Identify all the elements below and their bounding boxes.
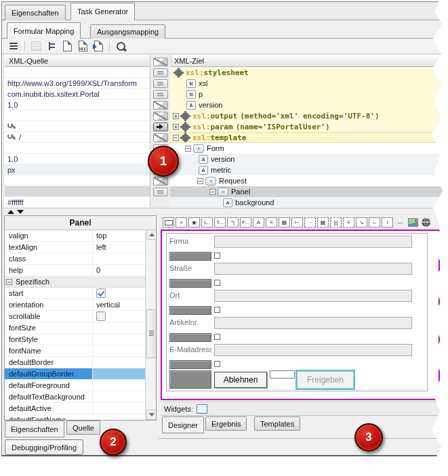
- mapping-arrow-button[interactable]: [153, 123, 168, 131]
- source-row[interactable]: [5, 143, 150, 154]
- checkbox-unchecked[interactable]: [96, 311, 106, 321]
- tab-ausgangsmapping[interactable]: Ausgangsmapping: [90, 24, 165, 39]
- separator-icon[interactable]: —: [394, 217, 406, 228]
- radio-icon[interactable]: ◉: [188, 217, 200, 228]
- mapping-button[interactable]: [153, 133, 168, 142]
- vresize-icon[interactable]: ↕: [382, 217, 393, 228]
- scroll-thumb[interactable]: [146, 309, 157, 358]
- tree-row-attr[interactable]: Aversion: [170, 100, 445, 110]
- image-icon[interactable]: [407, 217, 419, 228]
- tab-ergebnis[interactable]: Ergebnis: [205, 416, 247, 431]
- source-row[interactable]: px: [5, 165, 150, 175]
- textarea-icon[interactable]: A: [253, 217, 264, 228]
- property-row[interactable]: scrollable: [5, 311, 156, 322]
- form-textfield[interactable]: [214, 236, 412, 248]
- property-scrollbar[interactable]: [145, 230, 156, 420]
- collapse-icon[interactable]: −: [173, 135, 179, 141]
- hex-document-icon[interactable]: HEX: [77, 41, 89, 52]
- hidden-label-bar[interactable]: [169, 252, 211, 261]
- tree-row-form[interactable]: −‹›Form: [170, 143, 445, 154]
- mapping-button[interactable]: [153, 101, 168, 110]
- collapse-icon[interactable]: −: [209, 189, 216, 195]
- form-checkbox[interactable]: [214, 307, 220, 313]
- form-textfield[interactable]: [214, 317, 412, 329]
- tab-designer[interactable]: Designer: [162, 416, 204, 433]
- scroll-up-icon[interactable]: [146, 230, 157, 240]
- tree-view-icon[interactable]: [45, 41, 58, 52]
- collapse-icon[interactable]: −: [185, 146, 191, 152]
- tree-row-attr[interactable]: Np: [170, 89, 445, 100]
- collapse-icon[interactable]: −: [197, 178, 203, 184]
- tree-row-attr[interactable]: Ametric: [170, 165, 445, 175]
- textfield-icon[interactable]: [163, 217, 174, 228]
- mapping-button[interactable]: [153, 177, 168, 186]
- form-checkbox[interactable]: [214, 361, 220, 367]
- checkbox-checked[interactable]: [96, 288, 106, 298]
- list-icon[interactable]: ≡: [266, 217, 277, 228]
- column-layout-icon[interactable]: |||: [330, 217, 342, 228]
- mapping-button[interactable]: [153, 112, 168, 121]
- debugging-profiling-button[interactable]: Debugging/Profiling: [5, 439, 83, 455]
- property-row[interactable]: textAlignleft: [5, 242, 156, 253]
- hidden-label-bar[interactable]: [169, 360, 211, 369]
- source-row[interactable]: [5, 121, 150, 132]
- source-row[interactable]: [5, 67, 150, 78]
- form-checkbox[interactable]: [214, 253, 220, 259]
- tab-formular-mapping[interactable]: Formular Mapping: [7, 22, 81, 39]
- tree-row-template[interactable]: −xsl:template: [170, 132, 445, 143]
- textinput-icon[interactable]: T...: [214, 217, 226, 228]
- label-icon[interactable]: L..: [201, 217, 213, 228]
- tree-row-panel[interactable]: −‹›Panel: [170, 186, 445, 197]
- hidden-label-bar[interactable]: [169, 279, 211, 288]
- formatted-field-icon[interactable]: F...: [240, 217, 251, 228]
- widget-table-icon[interactable]: [197, 404, 207, 414]
- table-view-icon[interactable]: [30, 41, 42, 52]
- mapping-button[interactable]: [153, 58, 168, 66]
- search-icon[interactable]: [115, 41, 127, 52]
- property-section-row[interactable]: −Spezifisch: [5, 276, 156, 288]
- tree-row-stylesheet[interactable]: xsl:stylesheet: [170, 67, 445, 78]
- source-row[interactable]: [5, 175, 150, 186]
- form-textfield[interactable]: [214, 263, 412, 275]
- property-row[interactable]: fontSize: [5, 322, 156, 334]
- property-row[interactable]: fontStyle: [5, 334, 156, 345]
- source-row[interactable]: 1.0: [5, 100, 150, 110]
- property-row[interactable]: help0: [5, 265, 156, 276]
- tree-row-attr[interactable]: Aversion: [170, 154, 445, 165]
- form-textfield[interactable]: [214, 290, 412, 302]
- row-layout-icon[interactable]: ≡: [343, 217, 354, 228]
- source-row[interactable]: com.inubit.ibis.xsltext.Portal: [5, 89, 150, 100]
- tab-task-generator[interactable]: Task Generator: [70, 3, 135, 20]
- tree-icon[interactable]: ⊢: [291, 217, 303, 228]
- source-row[interactable]: #ffffff: [5, 197, 150, 208]
- tree-row-attr[interactable]: Nxsl: [170, 78, 445, 89]
- source-row[interactable]: 1.0: [5, 154, 150, 165]
- hidden-label-bar[interactable]: [169, 370, 211, 389]
- menu-icon[interactable]: [7, 41, 20, 52]
- globe-icon[interactable]: [420, 217, 432, 228]
- tab-eigenschaften-bottom[interactable]: Eigenschaften: [5, 420, 64, 437]
- collapse-icon[interactable]: −: [6, 279, 12, 285]
- tree-row-attr[interactable]: Abackground: [170, 197, 445, 208]
- tab-eigenschaften[interactable]: Eigenschaften: [5, 5, 66, 20]
- document-icon[interactable]: [61, 41, 73, 52]
- source-row[interactable]: [5, 186, 150, 197]
- property-row[interactable]: defaultForeground: [5, 380, 156, 391]
- property-row[interactable]: class: [5, 253, 156, 265]
- property-row[interactable]: orientationvertical: [5, 299, 156, 311]
- mapping-button[interactable]: [153, 90, 168, 99]
- splitter-collapse-up-icon[interactable]: [7, 210, 14, 214]
- tree-row-param[interactable]: +xsl:param(name='ISPortalUser'): [170, 121, 445, 132]
- grid-layout-icon[interactable]: ▦: [317, 217, 329, 228]
- tree-row-request[interactable]: −‹›Request: [170, 175, 445, 186]
- mapping-button[interactable]: [153, 79, 168, 88]
- expand-icon[interactable]: +: [173, 124, 179, 130]
- form-checkbox[interactable]: [214, 334, 220, 340]
- diagonal-resize-icon[interactable]: ↘: [356, 217, 367, 228]
- hidden-label-bar[interactable]: [169, 306, 211, 315]
- source-row[interactable]: /: [5, 132, 150, 143]
- tab-templates[interactable]: Templates: [254, 416, 300, 431]
- mapping-button[interactable]: [153, 68, 168, 77]
- tab-quelle[interactable]: Quelle: [66, 420, 100, 435]
- tree-row-output[interactable]: +xsl:output(method='xml' encoding='UTF-8…: [170, 110, 445, 121]
